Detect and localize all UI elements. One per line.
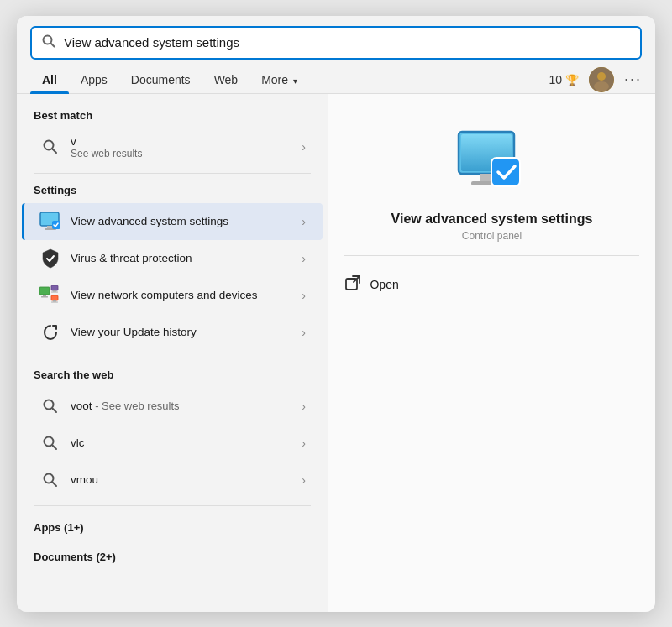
svg-rect-32 bbox=[491, 158, 520, 186]
trophy-icon: 🏆 bbox=[565, 74, 579, 86]
open-external-icon bbox=[344, 274, 361, 295]
search-web-header: Search the web bbox=[17, 365, 328, 388]
result-text: v See web results bbox=[71, 135, 302, 159]
update-icon bbox=[39, 321, 62, 344]
tab-all[interactable]: All bbox=[30, 66, 69, 93]
search-web-icon bbox=[39, 135, 62, 159]
svg-line-26 bbox=[53, 482, 57, 486]
result-text: vmou bbox=[71, 473, 302, 486]
svg-line-22 bbox=[53, 408, 57, 412]
svg-rect-18 bbox=[51, 295, 58, 300]
right-panel: View advanced system settings Control pa… bbox=[328, 94, 655, 612]
result-title: Virus & threat protection bbox=[71, 252, 302, 264]
result-text: View advanced system settings bbox=[71, 215, 302, 227]
search-input[interactable]: View advanced system settings bbox=[64, 35, 630, 50]
svg-point-3 bbox=[597, 72, 606, 81]
result-title: vlc bbox=[71, 436, 302, 449]
svg-rect-15 bbox=[51, 285, 58, 290]
search-icon bbox=[42, 34, 55, 51]
svg-rect-19 bbox=[53, 300, 56, 302]
monitor-icon bbox=[39, 210, 62, 233]
left-panel: Best match v See web results › Settings bbox=[17, 94, 328, 612]
chevron-right-icon: › bbox=[302, 252, 306, 265]
list-item[interactable]: voot - See web results › bbox=[22, 388, 323, 425]
result-subtitle: See web results bbox=[71, 148, 302, 159]
search-web-icon bbox=[39, 468, 62, 492]
svg-rect-14 bbox=[41, 296, 48, 298]
list-item[interactable]: View your Update history › bbox=[22, 314, 323, 351]
svg-rect-12 bbox=[39, 287, 50, 295]
svg-rect-17 bbox=[51, 291, 58, 292]
documents-collapse-section[interactable]: Documents (2+) bbox=[17, 542, 328, 572]
result-text: View network computers and devices bbox=[71, 289, 302, 301]
divider bbox=[34, 505, 311, 506]
result-title: vmou bbox=[71, 473, 302, 486]
list-item[interactable]: View advanced system settings › bbox=[22, 203, 323, 240]
chevron-down-icon: ▾ bbox=[293, 76, 297, 86]
list-item[interactable]: Virus & threat protection › bbox=[22, 240, 323, 277]
search-web-icon bbox=[39, 431, 62, 455]
detail-subtitle: Control panel bbox=[462, 230, 522, 242]
chevron-right-icon: › bbox=[302, 400, 306, 413]
result-title: View network computers and devices bbox=[71, 289, 302, 301]
svg-rect-20 bbox=[51, 301, 58, 302]
more-options-button[interactable]: ··· bbox=[624, 71, 642, 88]
detail-app-icon bbox=[454, 128, 530, 200]
svg-rect-16 bbox=[53, 290, 56, 292]
chevron-right-icon: › bbox=[302, 473, 306, 487]
open-action[interactable]: Open bbox=[344, 269, 638, 300]
result-text: Virus & threat protection bbox=[71, 252, 302, 264]
settings-header: Settings bbox=[17, 180, 328, 203]
tabs-bar: All Apps Documents Web More ▾ 10 🏆 bbox=[17, 66, 655, 94]
tab-more[interactable]: More ▾ bbox=[249, 66, 309, 93]
divider bbox=[34, 358, 311, 358]
chevron-right-icon: › bbox=[302, 140, 306, 154]
list-item[interactable]: v See web results › bbox=[22, 128, 323, 166]
result-title: v bbox=[71, 135, 302, 148]
chevron-right-icon: › bbox=[302, 289, 306, 302]
search-input-wrapper: View advanced system settings bbox=[30, 26, 642, 60]
chevron-right-icon: › bbox=[302, 326, 306, 339]
result-text: vlc bbox=[71, 436, 302, 449]
search-window: View advanced system settings All Apps D… bbox=[17, 16, 655, 612]
search-bar-container: View advanced system settings bbox=[17, 16, 655, 60]
tabs-right: 10 🏆 ··· bbox=[549, 67, 642, 92]
tab-count: 10 🏆 bbox=[549, 73, 579, 86]
network-icon bbox=[39, 284, 62, 307]
svg-line-6 bbox=[53, 149, 57, 154]
result-text: View your Update history bbox=[71, 326, 302, 338]
avatar[interactable] bbox=[589, 67, 614, 92]
tab-documents[interactable]: Documents bbox=[119, 66, 202, 93]
detail-divider bbox=[344, 255, 638, 256]
tab-apps[interactable]: Apps bbox=[69, 66, 119, 93]
tabs-left: All Apps Documents Web More ▾ bbox=[30, 66, 309, 93]
open-label[interactable]: Open bbox=[370, 278, 398, 291]
chevron-right-icon: › bbox=[302, 436, 306, 450]
svg-point-4 bbox=[594, 81, 609, 91]
list-item[interactable]: View network computers and devices › bbox=[22, 277, 323, 314]
main-content: Best match v See web results › Settings bbox=[17, 94, 655, 612]
tab-web[interactable]: Web bbox=[202, 66, 250, 93]
svg-line-24 bbox=[53, 445, 57, 449]
list-item[interactable]: vlc › bbox=[22, 425, 323, 462]
best-match-header: Best match bbox=[17, 106, 328, 128]
search-web-icon bbox=[39, 394, 62, 418]
apps-collapse-section[interactable]: Apps (1+) bbox=[17, 513, 328, 542]
svg-line-1 bbox=[51, 43, 55, 46]
shield-icon bbox=[39, 247, 62, 270]
result-text: voot - See web results bbox=[71, 400, 302, 412]
divider bbox=[34, 173, 311, 174]
list-item[interactable]: vmou › bbox=[22, 462, 323, 499]
chevron-right-icon: › bbox=[302, 215, 306, 228]
result-title: View your Update history bbox=[71, 326, 302, 338]
result-title: View advanced system settings bbox=[71, 215, 302, 227]
result-title: voot - See web results bbox=[71, 400, 302, 412]
detail-title: View advanced system settings bbox=[375, 212, 610, 227]
svg-rect-13 bbox=[43, 295, 46, 296]
